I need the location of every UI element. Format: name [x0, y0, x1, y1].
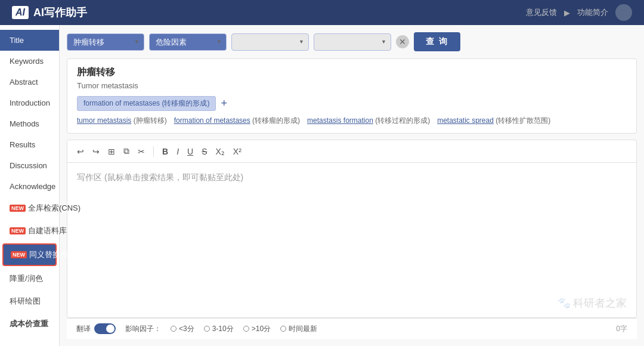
dropdown-extra1[interactable] — [231, 33, 309, 51]
editor-toolbar: ↩ ↪ ⊞ ⧉ ✂ B I U S X₂ X² — [67, 140, 636, 163]
sidebar-item-methods[interactable]: Methods — [0, 113, 59, 134]
sidebar-item-introduction[interactable]: Introduction — [0, 92, 59, 113]
paper-title-zh: 肿瘤转移 — [77, 66, 627, 79]
filter-recent-label: 时间最新 — [289, 324, 317, 334]
avatar[interactable] — [615, 4, 632, 21]
sidebar-item-synonym-search[interactable]: NEW 同义替换/组合检索 — [2, 243, 57, 266]
badge-new-cns: NEW — [10, 205, 26, 212]
search-bar: 肿瘤转移 危险因素 ✕ 查 询 — [67, 32, 637, 51]
header-right: 意见反馈 ▶ 功能简介 — [526, 4, 632, 21]
table-button[interactable]: ⊞ — [106, 146, 117, 157]
redo-button[interactable]: ↪ — [90, 146, 102, 157]
watermark-icon: 🐾 — [558, 296, 571, 310]
term-2[interactable]: formation of metastases (转移瘤的形成) — [174, 116, 300, 126]
add-phrase-button[interactable]: + — [221, 97, 227, 110]
sidebar-item-cost[interactable]: 成本价查重 — [0, 313, 59, 335]
dropdown-extra2[interactable] — [314, 33, 391, 51]
translate-toggle[interactable]: 翻译 — [76, 323, 116, 334]
term-1-zh: (肿瘤转移) — [134, 116, 167, 125]
term-1-en[interactable]: tumor metastasis — [77, 116, 131, 125]
term-3-en[interactable]: metastasis formation — [307, 116, 373, 125]
sidebar-item-color[interactable]: 降重/润色 — [0, 267, 59, 290]
term-1[interactable]: tumor metastasis (肿瘤转移) — [77, 116, 167, 126]
term-4-zh: (转移性扩散范围) — [496, 116, 550, 125]
strike-button[interactable]: S — [199, 146, 209, 157]
term-2-zh: (转移瘤的形成) — [252, 116, 300, 125]
paper-title-en: Tumor metastasis — [77, 81, 627, 90]
filter-3-10[interactable]: 3-10分 — [204, 324, 234, 334]
sidebar-item-keywords[interactable]: Keywords — [0, 51, 59, 72]
divider-1 — [153, 146, 154, 157]
copy-button[interactable]: ⧉ — [121, 145, 132, 157]
subscript-button[interactable]: X₂ — [213, 146, 227, 157]
feedback-link[interactable]: 意见反馈 — [526, 7, 557, 18]
italic-button[interactable]: I — [174, 146, 181, 157]
translate-label: 翻译 — [76, 324, 91, 334]
phrase-chips: formation of metastases (转移瘤的形成) + — [77, 96, 627, 111]
sidebar-item-acknowledge[interactable]: Acknowledge — [0, 176, 59, 197]
filter-3-10-label: 3-10分 — [212, 324, 234, 334]
sidebar-item-custom-lib[interactable]: NEW 自建语料库 — [0, 220, 59, 242]
factor-select[interactable]: 危险因素 — [149, 33, 227, 51]
extra1-select[interactable] — [231, 33, 309, 51]
paper-info: 肿瘤转移 Tumor metastasis formation of metas… — [67, 58, 637, 134]
sidebar-item-discussion[interactable]: Discussion — [0, 155, 59, 176]
filter-recent[interactable]: 时间最新 — [280, 324, 317, 334]
toggle-thumb — [106, 325, 114, 333]
topic-select[interactable]: 肿瘤转移 — [67, 33, 144, 51]
cut-button[interactable]: ✂ — [135, 146, 147, 157]
sidebar: 点击关闭功能 Title Keywords Abstract Introduct… — [0, 25, 60, 346]
impact-label: 影响因子： — [125, 324, 161, 334]
badge-new-synonym: NEW — [11, 251, 27, 258]
sidebar-item-abstract[interactable]: Abstract — [0, 72, 59, 92]
phrase-chip-active[interactable]: formation of metastases (转移瘤的形成) — [77, 96, 216, 111]
filter-gt10[interactable]: >10分 — [243, 324, 271, 334]
underline-button[interactable]: U — [185, 146, 196, 157]
sidebar-item-title[interactable]: Title — [0, 30, 59, 51]
logo-title: AI写作助手 — [33, 5, 87, 20]
char-count: 0字 — [616, 324, 627, 334]
watermark: 🐾 科研者之家 — [558, 296, 627, 310]
content-area: 肿瘤转移 危险因素 ✕ 查 询 肿瘤转移 — [60, 25, 644, 346]
filter-lt3-dot — [171, 326, 177, 332]
logo: AI AI写作助手 — [12, 5, 87, 20]
editor-body[interactable]: 写作区 (鼠标单击搜索结果，即可黏贴至此处) 🐾 科研者之家 — [67, 163, 636, 317]
undo-button[interactable]: ↩ — [75, 146, 86, 157]
watermark-text: 科研者之家 — [573, 296, 627, 310]
filter-lt3[interactable]: <3分 — [171, 324, 194, 334]
dropdown-topic[interactable]: 肿瘤转移 — [67, 33, 144, 51]
extra2-select[interactable] — [314, 33, 391, 51]
toggle-track[interactable] — [94, 323, 116, 334]
header: AI AI写作助手 意见反馈 ▶ 功能简介 — [0, 0, 644, 25]
filter-lt3-label: <3分 — [179, 324, 194, 334]
query-button[interactable]: 查 询 — [414, 32, 460, 51]
sidebar-item-results[interactable]: Results — [0, 134, 59, 155]
editor-placeholder: 写作区 (鼠标单击搜索结果，即可黏贴至此处) — [77, 172, 243, 182]
sidebar-item-cns-search[interactable]: NEW 全库检索(CNS) — [0, 197, 59, 220]
dropdown-factor[interactable]: 危险因素 — [149, 33, 227, 51]
main-layout: 点击关闭功能 Title Keywords Abstract Introduct… — [0, 25, 644, 346]
intro-link[interactable]: 功能简介 — [577, 7, 608, 18]
impact-filter-label: 影响因子： — [125, 324, 161, 334]
related-terms: tumor metastasis (肿瘤转移) formation of met… — [77, 116, 627, 126]
editor-area: ↩ ↪ ⊞ ⧉ ✂ B I U S X₂ X² 写作区 (鼠标单击搜索结果，即可… — [67, 140, 637, 318]
clear-button[interactable]: ✕ — [396, 35, 409, 48]
arrow-icon: ▶ — [564, 8, 570, 17]
badge-new-custom: NEW — [10, 227, 26, 234]
term-2-en[interactable]: formation of metastases — [174, 116, 250, 125]
filter-recent-dot — [280, 326, 286, 332]
logo-ai-text: AI — [12, 6, 29, 19]
term-3[interactable]: metastasis formation (转移过程的形成) — [307, 116, 430, 126]
term-4[interactable]: metastatic spread (转移性扩散范围) — [437, 116, 550, 126]
sidebar-item-chart[interactable]: 科研绘图 — [0, 290, 59, 313]
sidebar-item-custom-label: 自建语料库 — [28, 225, 67, 236]
filter-gt10-dot — [243, 326, 249, 332]
bottom-bar: 翻译 影响因子： <3分 3-10分 >10分 时 — [67, 318, 637, 339]
term-3-zh: (转移过程的形成) — [375, 116, 430, 125]
filter-3-10-dot — [204, 326, 210, 332]
filter-gt10-label: >10分 — [252, 324, 271, 334]
superscript-button[interactable]: X² — [231, 146, 244, 157]
term-4-en[interactable]: metastatic spread — [437, 116, 494, 125]
bold-button[interactable]: B — [160, 146, 171, 157]
